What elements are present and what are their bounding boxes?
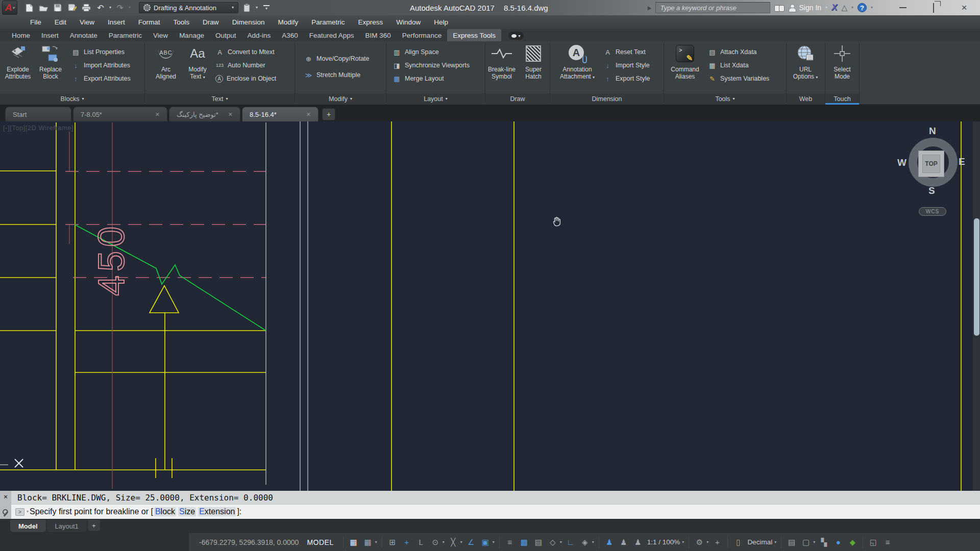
application-menu-button[interactable]: A▾ — [2, 1, 17, 15]
close-icon[interactable]: ✕ — [228, 111, 233, 118]
menu-file[interactable]: File — [23, 15, 48, 29]
panel-caption-modify[interactable]: Modify▾ — [295, 93, 386, 105]
3d-object-snap-icon[interactable]: ◇ — [547, 536, 559, 548]
chevron-down-icon[interactable]: ▾ — [375, 540, 377, 544]
undo-dropdown-icon[interactable]: ▾ — [109, 6, 111, 10]
system-variables-button[interactable]: ✎System Variables — [708, 72, 769, 85]
chevron-down-icon[interactable]: ▾ — [706, 540, 708, 544]
menu-dimension[interactable]: Dimension — [226, 15, 272, 29]
merge-layout-button[interactable]: ▦Merge Layout — [393, 72, 470, 85]
url-options-button[interactable]: URL Options ▾ — [790, 43, 821, 80]
file-tab-7-8-05[interactable]: 7-8.05*✕ — [73, 107, 167, 121]
save-button[interactable] — [52, 3, 63, 13]
model-tab[interactable]: Model — [10, 520, 46, 532]
viewcube-south[interactable]: S — [928, 185, 935, 196]
tab-a360[interactable]: A360 — [276, 29, 304, 41]
units-icon[interactable]: ▯ — [732, 536, 744, 548]
tab-featured-apps[interactable]: Featured Apps — [304, 29, 360, 41]
tab-insert[interactable]: Insert — [36, 29, 64, 41]
menu-format[interactable]: Format — [132, 15, 167, 29]
panel-caption-layout[interactable]: Layout▾ — [386, 93, 485, 105]
qat-customize-button[interactable]: ▾ — [261, 3, 272, 13]
tab-bim-360[interactable]: BIM 360 — [360, 29, 397, 41]
chevron-down-icon[interactable]: ▾ — [27, 510, 29, 514]
tab-manage[interactable]: Manage — [174, 29, 210, 41]
workspace-switcher[interactable]: Drafting & Annotation ▾ — [139, 2, 238, 13]
stretch-multiple-button[interactable]: ≫Stretch Multiple — [304, 67, 370, 83]
autoscale-icon[interactable]: ♟ — [618, 536, 630, 548]
hardware-acceleration-icon[interactable]: ◆ — [846, 536, 859, 548]
help-icon[interactable]: ? — [857, 3, 867, 12]
menu-insert[interactable]: Insert — [101, 15, 132, 29]
model-space-badge[interactable]: MODEL — [307, 538, 333, 546]
ortho-mode-icon[interactable]: L — [415, 536, 427, 548]
exchange-apps-icon[interactable]: X — [831, 3, 837, 13]
menu-express[interactable]: Express — [351, 15, 389, 29]
wrench-icon[interactable] — [2, 510, 9, 517]
export-style-button[interactable]: ↑Export Style — [603, 72, 650, 85]
menu-window[interactable]: Window — [389, 15, 427, 29]
customization-icon[interactable]: ≡ — [881, 536, 894, 548]
isolate-objects-icon[interactable]: ▚ — [818, 536, 830, 548]
chevron-down-icon[interactable]: ▾ — [774, 540, 776, 544]
explode-attributes-button[interactable]: Explode Attributes — [2, 43, 34, 80]
menu-view[interactable]: View — [73, 15, 101, 29]
option-size[interactable]: Size — [178, 507, 196, 516]
search-input[interactable] — [655, 2, 770, 13]
tab-output[interactable]: Output — [210, 29, 242, 41]
selection-cycling-icon[interactable]: ▤ — [532, 536, 545, 548]
undo-button[interactable]: ↶ — [95, 3, 106, 13]
list-xdata-button[interactable]: ▦List Xdata — [708, 59, 769, 72]
annotation-attachment-button[interactable]: A Annotation Attachment ▾ — [557, 43, 597, 80]
dynamic-ucs-icon[interactable]: ∟ — [565, 536, 577, 548]
redo-button[interactable]: ↷ — [114, 3, 126, 13]
isometric-drafting-icon[interactable]: ╳ — [447, 536, 459, 548]
tab-view[interactable]: View — [148, 29, 174, 41]
grid-icon[interactable]: ▦ — [348, 536, 360, 548]
object-snap-icon[interactable]: ▣ — [479, 536, 492, 548]
file-tab-start[interactable]: Start — [5, 107, 71, 121]
menu-draw[interactable]: Draw — [196, 15, 226, 29]
move-copy-rotate-button[interactable]: ⊕Move/Copy/Rotate — [304, 51, 370, 67]
polar-tracking-icon[interactable]: ⊙ — [429, 536, 442, 548]
tab-annotate[interactable]: Annotate — [64, 29, 103, 41]
scrollbar-thumb[interactable] — [974, 218, 979, 336]
dynamic-input-icon[interactable]: + — [401, 536, 413, 548]
replace-block-button[interactable]: Replace Block — [35, 43, 66, 80]
panel-caption-blocks[interactable]: Blocks▾ — [0, 93, 144, 105]
close-button[interactable]: × — [958, 2, 971, 13]
viewport-controls[interactable]: [-][Top][2D Wireframe] — [3, 124, 74, 132]
chevron-down-icon[interactable]: ▾ — [443, 540, 445, 544]
list-properties-button[interactable]: ▤List Properties — [71, 45, 131, 59]
plot-button[interactable] — [81, 3, 92, 13]
tab-add-ins[interactable]: Add-ins — [241, 29, 276, 41]
coordinates-display[interactable]: -6679.2279, 5296.3918, 0.0000 — [199, 538, 299, 546]
annotation-visibility-icon[interactable]: ♟ — [603, 536, 616, 548]
quick-properties-icon[interactable]: ▤ — [786, 536, 798, 548]
search-icon[interactable] — [774, 4, 785, 11]
menu-parametric[interactable]: Parametric — [305, 15, 351, 29]
sign-in-dropdown-icon[interactable]: ▾ — [825, 6, 827, 10]
arc-aligned-button[interactable]: ABC Arc Aligned — [150, 43, 182, 80]
ribbon-display-toggle[interactable]: ▾ — [508, 32, 524, 40]
select-mode-button[interactable]: Select Mode — [826, 43, 858, 80]
chevron-down-icon[interactable]: ▾ — [560, 540, 562, 544]
layout1-tab[interactable]: Layout1 — [47, 520, 87, 532]
transparency-icon[interactable]: ▩ — [518, 536, 530, 548]
redo-dropdown-icon[interactable]: ▾ — [129, 6, 131, 10]
chevron-down-icon[interactable]: ▾ — [682, 540, 684, 544]
command-aliases-button[interactable]: >✎ Command Aliases — [669, 43, 701, 80]
option-block[interactable]: Block — [154, 507, 176, 516]
super-hatch-button[interactable]: Super Hatch — [518, 43, 549, 80]
a360-icon[interactable]: △ — [841, 3, 847, 12]
import-style-button[interactable]: ↓Import Style — [603, 59, 650, 72]
viewcube-top-face[interactable]: TOP — [918, 151, 944, 177]
snap-mode-icon[interactable]: ▦ — [362, 536, 374, 548]
gizmo-icon[interactable]: ◈ — [579, 536, 591, 548]
panel-caption-dimension[interactable]: Dimension — [550, 93, 664, 105]
panel-caption-text[interactable]: Text▾ — [145, 93, 295, 105]
attach-xdata-button[interactable]: ▤Attach Xdata — [708, 45, 769, 59]
panel-caption-draw[interactable]: Draw — [485, 93, 550, 105]
restore-button[interactable] — [927, 4, 940, 12]
chevron-down-icon[interactable]: ▾ — [460, 540, 462, 544]
